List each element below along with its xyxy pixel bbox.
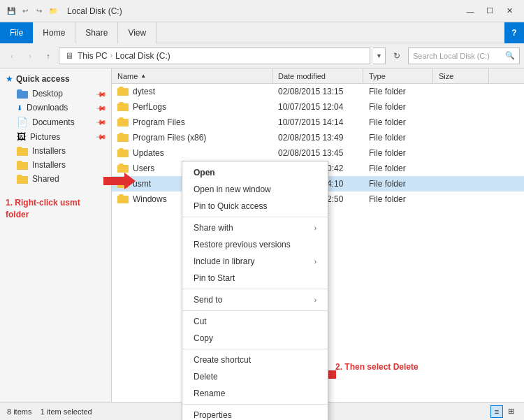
- pin-icon: 📌: [96, 88, 107, 99]
- path-sep1: ›: [110, 52, 112, 59]
- back-button[interactable]: ‹: [4, 48, 20, 64]
- menu-item-pin-to-quick-access[interactable]: Pin to Quick access: [182, 198, 328, 215]
- sidebar-item-documents[interactable]: 📄 Documents 📌: [0, 115, 111, 129]
- folder-icon: [117, 87, 129, 96]
- arrow-head-1: [124, 173, 136, 189]
- file-tab[interactable]: File: [0, 22, 33, 43]
- desktop-label: Desktop: [32, 89, 93, 99]
- menu-item-delete[interactable]: Delete: [182, 368, 328, 385]
- folder-icon: [117, 148, 129, 157]
- search-box[interactable]: Search Local Disk (C:) 🔍: [408, 48, 520, 64]
- menu-divider: [182, 404, 328, 405]
- menu-item-cut[interactable]: Cut: [182, 313, 328, 330]
- menu-divider: [182, 289, 328, 289]
- col-header-size[interactable]: Size: [433, 68, 489, 83]
- menu-item-open[interactable]: Open: [182, 164, 328, 181]
- star-icon: ★: [6, 74, 13, 84]
- menu-item-include-in-library[interactable]: Include in library›: [182, 253, 328, 270]
- ribbon: File Home Share View ?: [0, 22, 524, 43]
- sidebar-item-downloads[interactable]: ⬇ Downloads 📌: [0, 101, 111, 115]
- folder-icon: [117, 133, 129, 142]
- table-row[interactable]: Program Files 10/07/2015 14:14 File fold…: [112, 115, 524, 130]
- search-placeholder: Search Local Disk (C:): [413, 52, 502, 60]
- tiles-view-button[interactable]: ⊞: [504, 405, 517, 418]
- file-name-cell: Program Files: [112, 117, 272, 127]
- downloads-label: Downloads: [27, 103, 93, 113]
- maximize-button[interactable]: ☐: [481, 4, 499, 18]
- table-row[interactable]: Updates 02/08/2015 13:45 File folder: [112, 145, 524, 161]
- menu-item-properties[interactable]: Properties: [182, 407, 328, 420]
- file-name-cell: Updates: [112, 148, 272, 158]
- pin-icon-pic: 📌: [96, 131, 107, 142]
- table-row[interactable]: Program Files (x86) 02/08/2015 13:49 Fil…: [112, 130, 524, 145]
- minimize-button[interactable]: —: [461, 4, 479, 18]
- pc-icon: 🖥: [64, 50, 75, 61]
- menu-item-copy[interactable]: Copy: [182, 330, 328, 347]
- menu-item-create-shortcut[interactable]: Create shortcut: [182, 352, 328, 368]
- window-title: Local Disk (C:): [64, 6, 461, 16]
- close-button[interactable]: ✕: [500, 4, 518, 18]
- installers2-folder-icon: [17, 161, 28, 170]
- folder-icon: [117, 117, 129, 126]
- path-thispc: This PC: [78, 51, 108, 61]
- menu-item-share-with[interactable]: Share with›: [182, 219, 328, 236]
- forward-button[interactable]: ›: [22, 48, 38, 64]
- file-type-cell: File folder: [363, 179, 433, 189]
- menu-item-pin-to-start[interactable]: Pin to Start: [182, 270, 328, 287]
- pictures-label: Pictures: [30, 132, 93, 142]
- menu-item-restore-previous-versions[interactable]: Restore previous versions: [182, 236, 328, 253]
- sidebar-item-installers1[interactable]: Installers: [0, 144, 111, 158]
- annotation-arrow-1: [103, 173, 136, 189]
- file-type-cell: File folder: [363, 133, 433, 143]
- undo-icon: ↩: [20, 6, 31, 17]
- ribbon-spacer: [157, 22, 504, 43]
- sidebar-item-shared[interactable]: Shared: [0, 172, 111, 186]
- table-row[interactable]: dytest 02/08/2015 13:15 File folder: [112, 84, 524, 99]
- view-toggles: ≡ ⊞: [490, 405, 517, 418]
- installers1-label: Installers: [32, 146, 105, 156]
- title-bar: 💾 ↩ ↪ 📁 Local Disk (C:) — ☐ ✕: [0, 0, 524, 22]
- address-bar: ‹ › ↑ 🖥 This PC › Local Disk (C:) ▼ ↻ Se…: [0, 43, 524, 68]
- file-date-cell: 10/07/2015 12:04: [272, 102, 363, 112]
- up-button[interactable]: ↑: [41, 48, 56, 64]
- menu-divider: [182, 310, 328, 311]
- menu-item-open-in-new-window[interactable]: Open in new window: [182, 181, 328, 198]
- installers1-folder-icon: [17, 147, 28, 156]
- view-tab[interactable]: View: [118, 22, 157, 43]
- table-row[interactable]: PerfLogs 10/07/2015 12:04 File folder: [112, 99, 524, 115]
- folder-icon: [117, 164, 129, 173]
- file-type-cell: File folder: [363, 164, 433, 173]
- folder-title-icon: 📁: [48, 6, 59, 17]
- file-name-cell: PerfLogs: [112, 102, 272, 112]
- refresh-button[interactable]: ↻: [388, 48, 405, 64]
- address-dropdown[interactable]: ▼: [373, 48, 386, 64]
- file-date-cell: 02/08/2015 13:15: [272, 87, 363, 96]
- col-header-name[interactable]: Name ▲: [112, 68, 272, 83]
- file-type-cell: File folder: [363, 87, 433, 96]
- home-tab[interactable]: Home: [33, 22, 75, 43]
- address-path[interactable]: 🖥 This PC › Local Disk (C:): [59, 48, 370, 64]
- quick-access-header[interactable]: ★ Quick access: [0, 71, 111, 87]
- col-header-type[interactable]: Type: [363, 68, 433, 83]
- pictures-icon: 🖼: [17, 131, 26, 142]
- file-date-cell: 02/08/2015 13:45: [272, 148, 363, 158]
- shared-label: Shared: [32, 174, 105, 184]
- sidebar-item-installers2[interactable]: Installers: [0, 158, 111, 172]
- share-tab[interactable]: Share: [75, 22, 118, 43]
- folder-icon: [117, 102, 129, 111]
- save-icon: 💾: [6, 6, 17, 17]
- menu-divider: [182, 349, 328, 349]
- search-icon: 🔍: [505, 51, 515, 60]
- file-date-cell: 02/08/2015 13:49: [272, 133, 363, 143]
- sidebar-item-desktop[interactable]: Desktop 📌: [0, 87, 111, 101]
- menu-item-rename[interactable]: Rename: [182, 385, 328, 402]
- details-view-button[interactable]: ≡: [490, 405, 503, 418]
- col-header-date[interactable]: Date modified: [272, 68, 363, 83]
- file-type-cell: File folder: [363, 117, 433, 127]
- arrow-body-1: [103, 177, 124, 185]
- menu-item-send-to[interactable]: Send to›: [182, 291, 328, 308]
- sort-arrow: ▲: [140, 73, 146, 79]
- sidebar-item-pictures[interactable]: 🖼 Pictures 📌: [0, 129, 111, 144]
- help-button[interactable]: ?: [504, 22, 524, 43]
- file-name-cell: Program Files (x86): [112, 133, 272, 143]
